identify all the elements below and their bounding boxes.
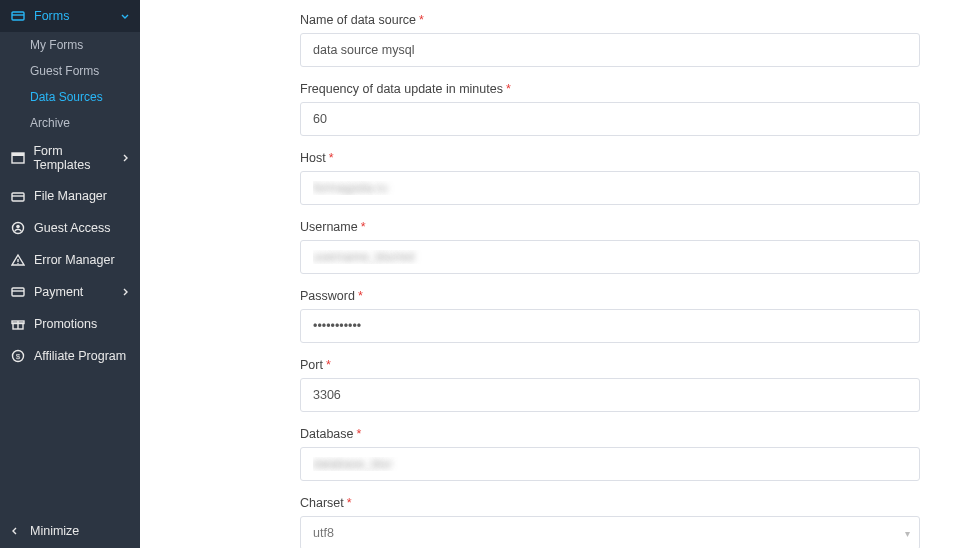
- sidebar-sub-my-forms[interactable]: My Forms: [0, 32, 140, 58]
- password-label: Password*: [300, 289, 363, 303]
- sidebar-item-payment[interactable]: Payment: [0, 276, 140, 308]
- chevron-right-icon: [120, 287, 130, 297]
- gift-icon: [10, 316, 26, 332]
- name-label: Name of data source*: [300, 13, 424, 27]
- sidebar-item-forms[interactable]: Forms: [0, 0, 140, 32]
- payment-icon: [10, 284, 26, 300]
- minimize-label: Minimize: [30, 524, 79, 538]
- charset-label: Charset*: [300, 496, 352, 510]
- sidebar-item-label: Promotions: [34, 317, 97, 331]
- sidebar-item-error-manager[interactable]: Error Manager: [0, 244, 140, 276]
- sidebar-item-guest-access[interactable]: Guest Access: [0, 212, 140, 244]
- sidebar-item-form-templates[interactable]: Form Templates: [0, 136, 140, 180]
- sidebar-item-label: File Manager: [34, 189, 107, 203]
- svg-rect-0: [12, 12, 24, 20]
- sidebar-item-promotions[interactable]: Promotions: [0, 308, 140, 340]
- warning-icon: [10, 252, 26, 268]
- templates-icon: [10, 150, 25, 166]
- database-input[interactable]: [300, 447, 920, 481]
- database-label: Database*: [300, 427, 361, 441]
- sidebar-sub-guest-forms[interactable]: Guest Forms: [0, 58, 140, 84]
- port-label: Port*: [300, 358, 331, 372]
- host-label: Host*: [300, 151, 334, 165]
- sidebar-item-label: Error Manager: [34, 253, 115, 267]
- file-icon: [10, 188, 26, 204]
- sidebar-sub-archive[interactable]: Archive: [0, 110, 140, 136]
- sidebar-item-label: Affiliate Program: [34, 349, 126, 363]
- svg-point-9: [17, 263, 18, 264]
- password-input[interactable]: [300, 309, 920, 343]
- svg-text:$: $: [16, 352, 21, 361]
- sidebar-minimize[interactable]: Minimize: [0, 514, 140, 548]
- username-label: Username*: [300, 220, 366, 234]
- svg-point-7: [16, 225, 20, 229]
- main-content: Name of data source* Frequency of data u…: [140, 0, 960, 548]
- svg-rect-3: [12, 153, 24, 156]
- sidebar: Forms My Forms Guest Forms Data Sources …: [0, 0, 140, 548]
- chevron-left-icon: [10, 526, 20, 536]
- sidebar-sub-data-sources[interactable]: Data Sources: [0, 84, 140, 110]
- chevron-right-icon: [120, 153, 130, 163]
- svg-rect-10: [12, 288, 24, 296]
- forms-icon: [10, 8, 26, 24]
- sidebar-item-file-manager[interactable]: File Manager: [0, 180, 140, 212]
- user-icon: [10, 220, 26, 236]
- host-input[interactable]: [300, 171, 920, 205]
- name-input[interactable]: [300, 33, 920, 67]
- charset-select[interactable]: [300, 516, 920, 548]
- username-input[interactable]: [300, 240, 920, 274]
- chevron-down-icon: [120, 11, 130, 21]
- freq-input[interactable]: [300, 102, 920, 136]
- sidebar-item-label: Payment: [34, 285, 83, 299]
- port-input[interactable]: [300, 378, 920, 412]
- sidebar-item-affiliate[interactable]: $ Affiliate Program: [0, 340, 140, 372]
- sidebar-item-label: Form Templates: [33, 144, 120, 172]
- sidebar-item-label: Forms: [34, 9, 69, 23]
- sidebar-item-label: Guest Access: [34, 221, 110, 235]
- dollar-icon: $: [10, 348, 26, 364]
- svg-rect-4: [12, 193, 24, 201]
- freq-label: Frequency of data update in minutes*: [300, 82, 511, 96]
